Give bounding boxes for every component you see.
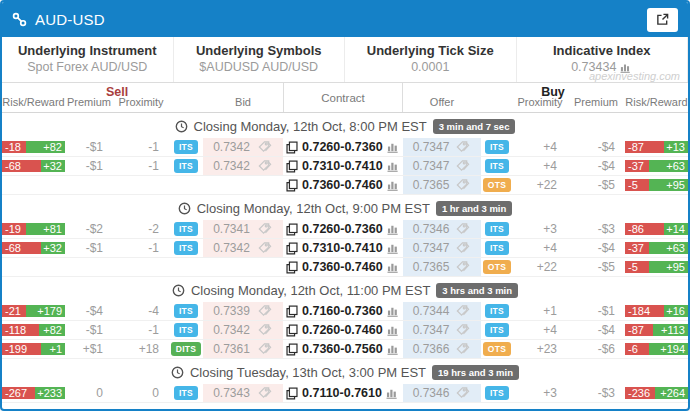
bar-chart-icon[interactable] — [387, 305, 400, 317]
offer-cell[interactable]: 0.7366 — [403, 340, 481, 358]
external-link-icon — [656, 13, 669, 26]
bar-chart-icon[interactable] — [387, 324, 400, 336]
buy-reward-value: +63 — [649, 160, 688, 172]
tags-icon[interactable] — [454, 159, 471, 174]
bar-chart-icon[interactable] — [387, 261, 400, 273]
bid-cell[interactable]: 0.7342 — [203, 157, 283, 175]
tags-icon[interactable] — [454, 304, 471, 319]
bid-cell[interactable]: 0.7341 — [203, 220, 283, 238]
bid-cell[interactable]: 0.7342 — [203, 138, 283, 156]
copy-icon[interactable] — [286, 324, 298, 337]
tags-icon[interactable] — [256, 241, 273, 256]
sell-status-badge: ITS — [174, 241, 198, 255]
bid-cell[interactable]: 0.7343 — [203, 384, 283, 402]
contract-row: -68 +32 -$1 -1 ITS 0.7342 0.7310-0.7410 … — [2, 239, 688, 258]
sell-premium-cell: -$1 — [65, 157, 113, 175]
buy-premium-cell: -$1 — [567, 302, 625, 320]
copy-icon[interactable] — [286, 141, 298, 154]
contract-cell[interactable]: 0.7360-0.7560 — [283, 340, 403, 358]
copy-icon[interactable] — [286, 305, 298, 318]
tags-icon[interactable] — [454, 342, 471, 357]
offer-cell[interactable]: 0.7346 — [403, 220, 481, 238]
tags-icon[interactable] — [256, 342, 273, 357]
contract-cell[interactable]: 0.7260-0.7360 — [283, 220, 403, 238]
copy-icon[interactable] — [286, 160, 298, 173]
contract-cell[interactable]: 0.7160-0.7360 — [283, 302, 403, 320]
bar-chart-icon[interactable] — [387, 343, 400, 355]
bid-cell[interactable]: 0.7339 — [203, 302, 283, 320]
offer-cell[interactable]: 0.7347 — [403, 321, 481, 339]
tags-icon[interactable] — [454, 386, 471, 401]
buy-reward-value: +13 — [664, 141, 688, 153]
popout-button[interactable] — [647, 8, 678, 32]
offer-value: 0.7347 — [413, 323, 450, 337]
bar-chart-icon[interactable] — [387, 223, 400, 235]
contract-range: 0.7360-0.7460 — [302, 178, 383, 192]
section-rows: -18 +82 -$1 -1 ITS 0.7342 0.7260-0.7360 … — [2, 138, 688, 195]
bid-cell[interactable]: 0.7342 — [203, 321, 283, 339]
copy-icon[interactable] — [286, 261, 298, 274]
tags-icon[interactable] — [454, 178, 471, 193]
tags-icon[interactable] — [454, 222, 471, 237]
bar-chart-icon[interactable] — [387, 179, 400, 191]
copy-icon[interactable] — [286, 242, 298, 255]
tags-icon[interactable] — [256, 386, 273, 401]
sell-risk-reward-cell — [2, 176, 65, 194]
clock-icon — [171, 366, 184, 379]
sell-risk-value: -19 — [2, 223, 26, 235]
contract-range: 0.7360-0.7560 — [302, 342, 383, 356]
contract-cell[interactable]: 0.7360-0.7460 — [283, 176, 403, 194]
tags-icon[interactable] — [256, 323, 273, 338]
buy-risk-value: -184 — [625, 305, 664, 317]
copy-icon[interactable] — [286, 343, 298, 356]
sell-status-cell — [169, 258, 203, 276]
offer-cell[interactable]: 0.7347 — [403, 239, 481, 257]
expiry-section: Closing Tuesday, 13th Oct, 3:00 PM EST 1… — [2, 359, 688, 403]
bar-chart-icon[interactable] — [387, 141, 400, 153]
offer-cell[interactable]: 0.7346 — [403, 384, 481, 402]
tags-icon[interactable] — [454, 140, 471, 155]
bid-value: 0.7342 — [213, 159, 250, 173]
info-label: Underlying Instrument — [2, 43, 173, 58]
bid-cell[interactable] — [203, 176, 283, 194]
tags-icon[interactable] — [256, 304, 273, 319]
bar-chart-icon[interactable] — [386, 387, 399, 399]
offer-cell[interactable]: 0.7347 — [403, 157, 481, 175]
bar-chart-icon[interactable] — [387, 242, 400, 254]
buy-risk-value: -37 — [625, 160, 649, 172]
sell-status-badge: ITS — [174, 222, 198, 236]
bid-cell[interactable] — [203, 258, 283, 276]
tags-icon[interactable] — [256, 222, 273, 237]
sell-risk-reward-cell: -267 +233 — [2, 384, 65, 402]
copy-icon[interactable] — [286, 179, 298, 192]
offer-cell[interactable]: 0.7365 — [403, 258, 481, 276]
tags-icon[interactable] — [454, 241, 471, 256]
bar-chart-icon[interactable] — [387, 160, 400, 172]
offer-cell[interactable]: 0.7365 — [403, 176, 481, 194]
tags-icon[interactable] — [454, 323, 471, 338]
tags-icon[interactable] — [454, 260, 471, 275]
offer-cell[interactable]: 0.7344 — [403, 302, 481, 320]
contract-cell[interactable]: 0.7310-0.7410 — [283, 157, 403, 175]
expiry-title: Closing Monday, 12th Oct, 9:00 PM EST — [197, 201, 430, 216]
bid-cell[interactable]: 0.7361 — [203, 340, 283, 358]
contract-cell[interactable]: 0.7310-0.7410 — [283, 239, 403, 257]
tags-icon[interactable] — [256, 159, 273, 174]
contract-cell[interactable]: 0.7360-0.7460 — [283, 258, 403, 276]
info-bar: Underlying Instrument Spot Forex AUD/USD… — [2, 37, 688, 83]
column-headers: Sell Buy Risk/Reward Premium Proximity B… — [2, 83, 688, 113]
buy-reward-value: +14 — [664, 223, 688, 235]
offer-value: 0.7347 — [413, 241, 450, 255]
offer-cell[interactable]: 0.7347 — [403, 138, 481, 156]
buy-proximity-cell: +4 — [513, 239, 567, 257]
sell-risk-value: -68 — [2, 160, 41, 172]
tags-icon[interactable] — [256, 140, 273, 155]
contract-cell[interactable]: 0.7260-0.7360 — [283, 138, 403, 156]
buy-premium-cell: -$5 — [567, 258, 625, 276]
buy-status-cell: ITS — [481, 239, 513, 257]
bid-cell[interactable]: 0.7342 — [203, 239, 283, 257]
contract-cell[interactable]: 0.7110-0.7610 — [283, 384, 403, 402]
copy-icon[interactable] — [286, 387, 298, 400]
copy-icon[interactable] — [286, 223, 298, 236]
contract-cell[interactable]: 0.7260-0.7460 — [283, 321, 403, 339]
